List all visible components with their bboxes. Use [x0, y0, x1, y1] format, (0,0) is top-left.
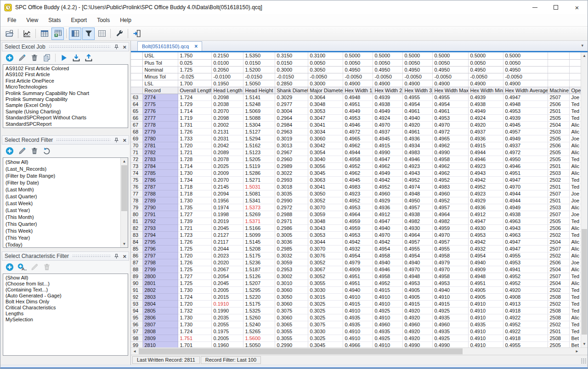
data-cell[interactable]: 0.4923 [468, 162, 503, 169]
data-cell[interactable]: 0.4955 [503, 341, 548, 347]
row-number-cell[interactable]: 77 [131, 190, 142, 197]
undo-button[interactable] [42, 146, 51, 156]
data-cell[interactable]: 0.4949 [343, 107, 373, 114]
data-cell[interactable]: 1.730 [178, 286, 211, 293]
column-header-head-height[interactable]: Head Height [243, 87, 275, 94]
data-cell[interactable]: 0.4938 [373, 101, 402, 107]
data-cell[interactable]: 0.2054 [211, 273, 243, 280]
data-cell[interactable]: 0.4954 [402, 252, 432, 259]
tolerance-value-cell[interactable]: 0.0050 [468, 59, 503, 66]
data-cell[interactable]: 2503 [548, 169, 569, 176]
data-cell[interactable]: 0.2042 [211, 142, 243, 149]
data-cell[interactable]: 0.4957 [432, 204, 468, 211]
data-cell[interactable]: 1.724 [178, 94, 211, 101]
row-number-cell[interactable]: 65 [131, 107, 142, 114]
data-cell[interactable]: 0.4943 [468, 169, 503, 176]
auto-add-button[interactable]: A.. [17, 263, 27, 272]
list-item[interactable]: Sample (Using Charting) [3, 109, 128, 115]
data-cell[interactable]: 0.1990 [211, 307, 243, 314]
record-cell[interactable]: 2788 [142, 190, 178, 197]
row-number-cell[interactable]: 91 [131, 286, 142, 293]
list-item[interactable]: (Filter by Date) [3, 179, 128, 186]
data-cell[interactable]: 0.2023 [211, 252, 243, 259]
data-cell[interactable]: 0.4940 [468, 259, 503, 266]
tolerance-value-cell[interactable]: 1.5350 [243, 52, 275, 59]
data-cell[interactable]: Joe [569, 197, 581, 204]
row-number-cell[interactable]: 70 [131, 142, 142, 149]
data-cell[interactable]: 0.4905 [402, 286, 432, 293]
data-cell[interactable]: 0.4940 [373, 259, 402, 266]
menu-tools[interactable]: Tools [92, 15, 115, 25]
data-cell[interactable]: 0.3030 [308, 286, 343, 293]
row-number-cell[interactable]: 93 [131, 300, 142, 307]
data-cell[interactable]: 0.4947 [503, 94, 548, 101]
tolerance-value-cell[interactable]: -0.025 [178, 73, 211, 80]
data-cell[interactable]: Ted [569, 286, 581, 293]
data-cell[interactable]: 0.4941 [503, 266, 548, 273]
data-cell[interactable]: 0.4965 [432, 135, 468, 142]
data-cell[interactable]: Alic [569, 204, 581, 211]
data-cell[interactable]: 1.5088 [243, 114, 275, 121]
data-cell[interactable]: 0.2098 [211, 94, 243, 101]
menu-stats[interactable]: Stats [43, 15, 66, 25]
data-cell[interactable]: 0.4942 [468, 238, 503, 245]
data-cell[interactable]: 0.4945 [503, 121, 548, 128]
data-cell[interactable]: 0.3035 [275, 190, 308, 197]
row-number-cell[interactable]: 92 [131, 293, 142, 300]
data-cell[interactable]: 0.4910 [373, 314, 402, 321]
data-cell[interactable]: 2504 [548, 280, 569, 286]
data-cell[interactable]: 0.3055 [275, 335, 308, 341]
data-cell[interactable]: 2507 [548, 211, 569, 218]
data-cell[interactable]: 0.2960 [275, 156, 308, 162]
list-item[interactable]: (This Year) [3, 235, 128, 241]
tolerance-value-cell[interactable]: 0.5000 [468, 52, 503, 59]
scroll-up-icon[interactable]: ▲ [121, 158, 128, 165]
list-item[interactable]: (Show All) [3, 159, 128, 166]
data-cell[interactable]: 0.3053 [308, 107, 343, 114]
data-cell[interactable]: 0.4954 [343, 252, 373, 259]
record-cell[interactable]: 2787 [142, 183, 178, 190]
record-cell[interactable]: 2791 [142, 211, 178, 218]
data-cell[interactable]: 0.4922 [503, 314, 548, 321]
menu-help[interactable]: Help [115, 15, 136, 25]
data-cell[interactable]: 0.2145 [211, 183, 243, 190]
row-number-cell[interactable]: 74 [131, 169, 142, 176]
data-cell[interactable]: 0.4982 [432, 218, 468, 224]
tolerance-value-cell[interactable]: 0.3000 [308, 80, 343, 87]
tolerance-value-cell[interactable]: 0.4900 [468, 80, 503, 87]
data-cell[interactable]: 0.4940 [373, 224, 402, 231]
data-cell[interactable]: 0.3040 [308, 156, 343, 162]
tolerance-value-cell[interactable]: 0.4950 [468, 66, 503, 73]
data-cell[interactable]: 2505 [548, 156, 569, 162]
data-cell[interactable]: 0.4966 [343, 341, 373, 347]
data-cell[interactable]: 0.4924 [373, 114, 402, 121]
data-cell[interactable]: 0.4910 [373, 300, 402, 307]
data-cell[interactable]: 0.2045 [211, 224, 243, 231]
data-cell[interactable]: 2507 [548, 273, 569, 280]
data-cell[interactable]: 1.5141 [243, 94, 275, 101]
data-cell[interactable]: 0.4943 [402, 169, 432, 176]
row-number-cell[interactable] [131, 80, 142, 87]
row-number-cell[interactable]: 71 [131, 149, 142, 156]
data-cell[interactable]: 1.5269 [243, 211, 275, 218]
data-cell[interactable]: 0.4935 [468, 321, 503, 328]
data-cell[interactable]: 0.4910 [373, 341, 402, 347]
data-cell[interactable]: 0.4944 [343, 149, 373, 156]
data-cell[interactable]: 0.3025 [308, 314, 343, 321]
data-cell[interactable]: Alic [569, 224, 581, 231]
data-cell[interactable]: 1.5208 [243, 245, 275, 252]
data-cell[interactable]: 0.2094 [211, 190, 243, 197]
record-cell[interactable]: 2808 [142, 328, 178, 335]
data-cell[interactable]: 0.4954 [373, 245, 402, 252]
data-cell[interactable]: 1.5081 [243, 190, 275, 197]
row-number-cell[interactable]: 78 [131, 197, 142, 204]
data-cell[interactable]: Joe [569, 259, 581, 266]
data-cell[interactable]: 0.4983 [432, 183, 468, 190]
data-cell[interactable]: 0.4910 [468, 307, 503, 314]
data-cell[interactable]: 0.4948 [503, 101, 548, 107]
data-cell[interactable]: Ted [569, 156, 581, 162]
data-cell[interactable]: 0.4925 [432, 335, 468, 341]
record-cell[interactable]: 2800 [142, 273, 178, 280]
data-cell[interactable]: 0.4925 [432, 307, 468, 314]
data-cell[interactable]: 0.4930 [468, 224, 503, 231]
